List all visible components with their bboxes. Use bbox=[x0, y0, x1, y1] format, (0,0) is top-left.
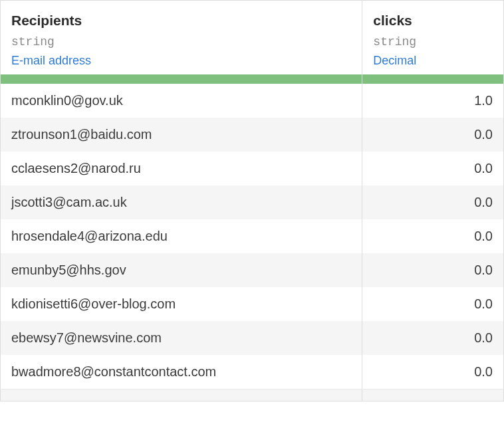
quality-bar-row bbox=[1, 74, 504, 84]
cell-clicks[interactable]: 0.0 bbox=[362, 355, 504, 390]
table-row[interactable]: ebewsy7@newsvine.com0.0 bbox=[1, 321, 504, 355]
cell-clicks[interactable]: 0.0 bbox=[362, 152, 504, 185]
cell-clicks[interactable]: 0.0 bbox=[362, 185, 504, 219]
cell-recipients[interactable]: hrosendale4@arizona.edu bbox=[1, 219, 362, 253]
table-row[interactable]: mconklin0@gov.uk1.0 bbox=[1, 84, 504, 118]
column-datatype-clicks: string bbox=[373, 35, 493, 49]
cell-recipients[interactable]: cclaesens2@narod.ru bbox=[1, 152, 362, 185]
cell-recipients[interactable]: bwadmore8@constantcontact.com bbox=[1, 355, 362, 390]
cell-clicks[interactable]: 0.0 bbox=[362, 321, 504, 355]
cell-clicks[interactable]: 1.0 bbox=[362, 84, 504, 118]
table-row[interactable]: kdionisetti6@over-blog.com0.0 bbox=[1, 287, 504, 321]
cell-recipients[interactable]: jscotti3@cam.ac.uk bbox=[1, 185, 362, 219]
cell-clicks[interactable]: 0.0 bbox=[362, 253, 504, 287]
cell-clicks[interactable]: 0.0 bbox=[362, 219, 504, 253]
cell-recipients[interactable]: emunby5@hhs.gov bbox=[1, 253, 362, 287]
cell-recipients[interactable]: ebewsy7@newsvine.com bbox=[1, 321, 362, 355]
trailing-row bbox=[1, 390, 504, 401]
quality-bar-recipients bbox=[1, 74, 362, 84]
table-body: mconklin0@gov.uk1.0ztrounson1@baidu.com0… bbox=[1, 84, 504, 390]
table-row[interactable]: emunby5@hhs.gov0.0 bbox=[1, 253, 504, 287]
table-row[interactable]: bwadmore8@constantcontact.com0.0 bbox=[1, 355, 504, 390]
column-type-row: string string bbox=[1, 35, 504, 51]
column-datatype-recipients: string bbox=[11, 35, 351, 49]
cell-recipients[interactable]: kdionisetti6@over-blog.com bbox=[1, 287, 362, 321]
cell-clicks[interactable]: 0.0 bbox=[362, 118, 504, 152]
column-header-clicks[interactable]: clicks bbox=[362, 1, 504, 36]
column-semantic-clicks[interactable]: Decimal bbox=[362, 51, 503, 74]
column-semantic-row: E-mail address Decimal bbox=[1, 51, 504, 74]
table-row[interactable]: cclaesens2@narod.ru0.0 bbox=[1, 152, 504, 185]
cell-recipients[interactable]: ztrounson1@baidu.com bbox=[1, 118, 362, 152]
table-row[interactable]: ztrounson1@baidu.com0.0 bbox=[1, 118, 504, 152]
table-row[interactable]: hrosendale4@arizona.edu0.0 bbox=[1, 219, 504, 253]
cell-recipients[interactable]: mconklin0@gov.uk bbox=[1, 84, 362, 118]
table-header-row: Recipients clicks bbox=[1, 1, 504, 36]
data-table: Recipients clicks string string E-mail a… bbox=[0, 0, 504, 401]
quality-bar-clicks bbox=[362, 74, 504, 84]
column-header-recipients[interactable]: Recipients bbox=[1, 1, 362, 36]
cell-clicks[interactable]: 0.0 bbox=[362, 287, 504, 321]
table-row[interactable]: jscotti3@cam.ac.uk0.0 bbox=[1, 185, 504, 219]
column-semantic-recipients[interactable]: E-mail address bbox=[1, 51, 362, 74]
